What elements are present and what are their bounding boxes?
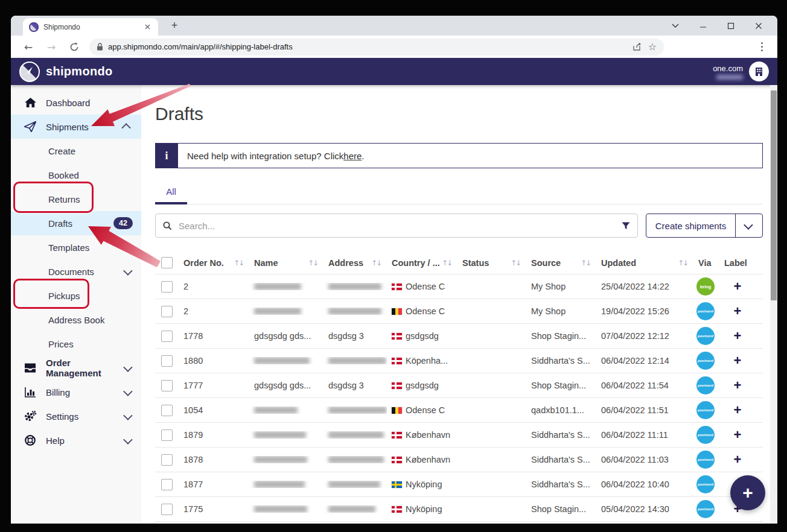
new-tab-button[interactable]: + xyxy=(167,18,182,34)
column-header-label: Via xyxy=(698,258,712,268)
create-label-button[interactable]: + xyxy=(734,379,742,392)
sidebar-item-billing[interactable]: Billing xyxy=(11,380,141,404)
cell-order-no: 1778 xyxy=(179,331,249,341)
close-button[interactable] xyxy=(745,16,773,36)
sidebar-item-prices[interactable]: Prices xyxy=(11,332,141,356)
sidebar-item-help[interactable]: Help xyxy=(11,428,141,452)
sidebar-item-label: Order Management xyxy=(46,358,124,378)
cell-order-no: 2 xyxy=(179,306,249,316)
create-label-button[interactable]: + xyxy=(734,453,742,466)
sidebar-item-label: Help xyxy=(46,435,65,446)
sort-icon[interactable]: ↑↓ xyxy=(511,259,520,267)
bar-chart-icon xyxy=(23,387,37,397)
maximize-button[interactable] xyxy=(717,16,745,36)
row-checkbox[interactable] xyxy=(161,380,173,391)
create-label-button[interactable]: + xyxy=(734,280,742,293)
carrier-postnord-icon: postnord xyxy=(696,426,715,444)
create-shipments-button[interactable]: Create shipments xyxy=(646,214,735,237)
column-header-label: Updated xyxy=(601,258,636,268)
reload-button[interactable] xyxy=(66,39,82,55)
create-label-button[interactable]: + xyxy=(734,404,742,417)
sort-icon[interactable]: ↑↓ xyxy=(442,259,451,267)
create-label-button[interactable]: + xyxy=(734,305,742,318)
sidebar-item-address-book[interactable]: Address Book xyxy=(11,308,141,332)
row-checkbox[interactable] xyxy=(161,454,173,466)
row-checkbox[interactable] xyxy=(161,331,173,342)
table-row[interactable]: 1775NyköpingShop Stagin...05/04/2022 14:… xyxy=(155,497,763,522)
browser-tab[interactable]: Shipmondo xyxy=(23,18,158,36)
forward-button[interactable]: → xyxy=(43,39,59,55)
chevron-down-icon xyxy=(123,387,133,396)
table-row[interactable]: 1879KøbenhavnSiddharta's S...06/04/2022 … xyxy=(155,423,763,448)
back-button[interactable]: ← xyxy=(21,39,36,55)
column-header-country-[interactable]: Country / ...↑↓ xyxy=(387,258,457,268)
search-input[interactable] xyxy=(177,220,622,232)
table-row[interactable]: 1880Köpenha...Siddharta's S...06/04/2022… xyxy=(155,349,763,373)
account-avatar[interactable] xyxy=(749,62,769,81)
row-checkbox[interactable] xyxy=(161,504,173,515)
tab-search-chevron-icon[interactable] xyxy=(661,16,689,36)
create-shipments-dropdown-toggle[interactable] xyxy=(735,214,762,237)
sidebar-item-drafts[interactable]: Drafts42 xyxy=(11,211,141,235)
row-checkbox[interactable] xyxy=(161,405,173,416)
table-row[interactable]: 1877NyköpingSiddharta's S...06/04/2022 1… xyxy=(155,472,763,497)
sort-icon[interactable]: ↑↓ xyxy=(234,259,243,267)
sidebar-item-create[interactable]: Create xyxy=(11,139,141,163)
row-checkbox[interactable] xyxy=(161,306,173,317)
row-checkbox[interactable] xyxy=(161,281,173,293)
minimize-button[interactable] xyxy=(689,16,717,36)
select-all-checkbox[interactable] xyxy=(161,257,173,268)
column-header-order-no-[interactable]: Order No.↑↓ xyxy=(179,258,249,268)
sidebar-item-settings[interactable]: Settings xyxy=(11,404,141,428)
banner-text: Need help with integration setup? Click xyxy=(187,151,343,161)
row-checkbox[interactable] xyxy=(161,429,173,441)
tab-all[interactable]: All xyxy=(155,186,187,204)
column-header-source[interactable]: Source↑↓ xyxy=(526,258,596,268)
filter-funnel-icon[interactable] xyxy=(622,222,630,230)
table-row[interactable]: 1054Odense Cqadxb101.1...06/04/2022 11:5… xyxy=(155,398,763,423)
share-icon[interactable] xyxy=(632,42,642,51)
sidebar-item-label: Settings xyxy=(46,411,78,422)
flag-dk-icon xyxy=(392,457,402,463)
sidebar-item-order-management[interactable]: Order Management xyxy=(11,356,141,380)
cell-updated: 06/04/2022 11:51 xyxy=(596,405,693,415)
floating-add-button[interactable]: + xyxy=(730,475,765,510)
create-label-button[interactable]: + xyxy=(734,428,742,442)
column-header-name[interactable]: Name↑↓ xyxy=(249,258,323,268)
sidebar-item-dashboard[interactable]: Dashboard xyxy=(11,90,141,115)
table-row[interactable]: 2Odense CMy Shop25/04/2022 14:22bring+ xyxy=(155,274,763,299)
tab-close-icon[interactable] xyxy=(142,22,152,32)
cell-via: postnord xyxy=(693,500,719,518)
row-checkbox[interactable] xyxy=(161,355,173,367)
row-checkbox[interactable] xyxy=(161,479,173,490)
column-header-label: Name xyxy=(254,258,278,268)
sort-icon[interactable]: ↑↓ xyxy=(678,259,687,267)
sort-icon[interactable]: ↑↓ xyxy=(371,259,381,267)
cell-address: dsgdsg 3 xyxy=(323,381,387,390)
inbox-icon xyxy=(23,363,37,373)
bookmark-star-icon[interactable]: ☆ xyxy=(648,41,657,52)
sidebar-item-label: Create xyxy=(48,146,75,156)
create-label-button[interactable]: + xyxy=(734,354,742,367)
cell-country-city: Köpenha... xyxy=(387,356,457,366)
table-row[interactable]: 1778gdsgsdg gds...dsgdsg 3gsdgsdgShop St… xyxy=(155,324,763,349)
banner-help-link[interactable]: here xyxy=(343,151,362,161)
sidebar-item-shipments[interactable]: Shipments xyxy=(11,115,141,139)
page-scrollbar[interactable] xyxy=(770,85,777,524)
sidebar-item-templates[interactable]: Templates xyxy=(11,235,141,259)
cell-address xyxy=(323,431,387,439)
column-header-updated[interactable]: Updated↑↓ xyxy=(596,258,693,268)
cell-country-city: gsdgsdg xyxy=(387,381,457,390)
cell-source: Siddharta's S... xyxy=(526,455,596,464)
sort-icon[interactable]: ↑↓ xyxy=(581,259,590,267)
column-header-address[interactable]: Address↑↓ xyxy=(323,258,387,268)
create-label-button[interactable]: + xyxy=(734,329,742,343)
scrollbar-thumb[interactable] xyxy=(771,90,777,300)
browser-menu-icon[interactable] xyxy=(756,42,768,51)
table-row[interactable]: 1878KøbenhavnSiddharta's S...06/04/2022 … xyxy=(155,448,763,472)
column-header-status[interactable]: Status↑↓ xyxy=(457,258,526,268)
sort-icon[interactable]: ↑↓ xyxy=(308,259,317,267)
table-row[interactable]: 1777gdsgsdg gds...dsgdsg 3gsdgsdgShop St… xyxy=(155,373,763,398)
table-row[interactable]: 2Odense CMy Shop19/04/2022 15:26postnord… xyxy=(155,299,763,324)
url-bar[interactable]: app.shipmondo.com/main/app/#/shipping-la… xyxy=(89,39,664,55)
